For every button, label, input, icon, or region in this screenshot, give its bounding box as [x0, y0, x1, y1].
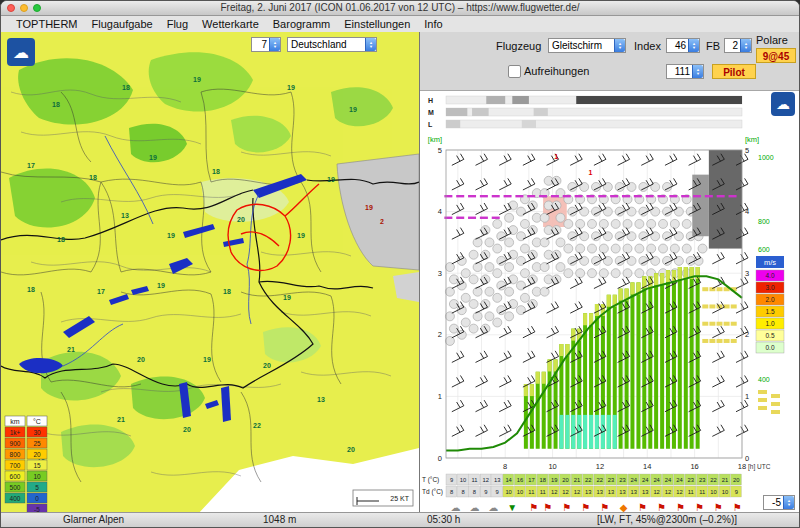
svg-text:400: 400 [758, 376, 770, 383]
window-title: Freitag, 2. Juni 2017 (ICON 01.06.2017 v… [1, 1, 799, 15]
index-field[interactable]: 46 ▲▼ [666, 38, 700, 53]
menu-wetterkarte[interactable]: Wetterkarte [195, 18, 266, 30]
svg-text:0: 0 [438, 454, 442, 463]
svg-text:12: 12 [653, 489, 659, 495]
svg-text:13: 13 [631, 489, 637, 495]
svg-text:19: 19 [327, 176, 335, 183]
svg-text:13: 13 [642, 489, 648, 495]
menu-toptherm[interactable]: TOPTHERM [9, 18, 85, 30]
svg-text:13: 13 [585, 489, 591, 495]
stepper-arrows-icon[interactable]: ▲▼ [783, 496, 794, 509]
stepper-arrows-icon[interactable]: ▲▼ [688, 39, 699, 52]
index-value: 46 [667, 40, 688, 51]
region-select[interactable]: Deutschland ▲▼ [287, 37, 377, 52]
svg-text:2.0: 2.0 [765, 296, 774, 303]
svg-text:14: 14 [505, 477, 512, 483]
menu-info[interactable]: Info [417, 18, 449, 30]
svg-text:1: 1 [554, 153, 558, 160]
svg-text:19: 19 [297, 232, 305, 239]
fb-label: FB [706, 40, 720, 52]
svg-text:25 KT: 25 KT [390, 495, 409, 502]
select-arrows-icon[interactable]: ▲▼ [614, 39, 625, 52]
svg-text:11: 11 [699, 489, 705, 495]
svg-text:13: 13 [121, 212, 129, 219]
titlebar: Freitag, 2. Juni 2017 (ICON 01.06.2017 v… [1, 1, 799, 16]
stepper-arrows-icon[interactable]: ▲▼ [692, 65, 703, 78]
svg-text:800: 800 [10, 451, 21, 458]
fb-field[interactable]: 2 ▲▼ [724, 38, 752, 53]
svg-text:0: 0 [35, 495, 39, 502]
svg-text:18: 18 [122, 84, 130, 91]
map-scale-bar: 25 KT [353, 490, 413, 506]
svg-text:°C: °C [33, 418, 41, 425]
svg-text:18: 18 [57, 236, 65, 243]
dwd-logo: ☁ [771, 92, 795, 116]
svg-text:13: 13 [619, 489, 625, 495]
td-row-label: Td (°C) [422, 488, 443, 496]
svg-text:20: 20 [562, 477, 568, 483]
svg-text:1.5: 1.5 [765, 308, 774, 315]
svg-text:19: 19 [203, 356, 211, 363]
svg-text:19: 19 [193, 76, 201, 83]
svg-text:500: 500 [10, 484, 21, 491]
weather-map[interactable]: 1818191919171819181913181920191817191819… [1, 32, 419, 513]
svg-text:14: 14 [643, 462, 651, 471]
svg-text:8: 8 [450, 489, 453, 495]
svg-text:12: 12 [676, 489, 682, 495]
menu-barogramm[interactable]: Barogramm [266, 18, 337, 30]
svg-text:23: 23 [688, 477, 694, 483]
pilot-index-field[interactable]: 111 ▲▼ [666, 64, 704, 79]
stepper-arrows-icon[interactable]: ▲▼ [740, 39, 751, 52]
select-arrows-icon[interactable]: ▲▼ [365, 38, 376, 51]
svg-text:13: 13 [494, 477, 500, 483]
menu-einstellungen[interactable]: Einstellungen [337, 18, 417, 30]
svg-text:22: 22 [253, 422, 261, 429]
svg-text:2: 2 [380, 218, 384, 225]
minimize-button[interactable] [20, 4, 28, 12]
svg-text:20: 20 [183, 426, 191, 433]
content: 1818191919171819181913181920191817191819… [1, 32, 799, 513]
svg-text:3: 3 [745, 269, 749, 278]
svg-text:18: 18 [52, 101, 60, 108]
svg-text:20: 20 [347, 446, 355, 453]
svg-text:11: 11 [540, 489, 546, 495]
aircraft-select[interactable]: Gleitschirm ▲▼ [548, 38, 626, 53]
meteogram-pane: Flugzeug Gleitschirm ▲▼ Index 46 ▲▼ FB 2… [420, 32, 799, 513]
pilot-button[interactable]: Pilot [712, 64, 756, 79]
svg-text:20: 20 [263, 362, 271, 369]
aircraft-value: Gleitschirm [549, 40, 614, 51]
svg-text:m/s: m/s [764, 258, 776, 267]
svg-text:13: 13 [317, 396, 325, 403]
svg-text:23: 23 [608, 477, 614, 483]
svg-text:800: 800 [758, 218, 770, 225]
svg-text:1.0: 1.0 [765, 320, 774, 327]
menu-flugaufgabe[interactable]: Flugaufgabe [85, 18, 160, 30]
fb-value: 2 [725, 40, 740, 51]
meteogram-chart[interactable]: 11001122334455[km][km]81012141618[h] UTC… [420, 90, 800, 516]
svg-text:16: 16 [690, 462, 698, 471]
svg-text:19: 19 [157, 282, 165, 289]
svg-text:23: 23 [619, 477, 625, 483]
svg-text:9: 9 [484, 489, 487, 495]
svg-text:21: 21 [117, 416, 125, 423]
close-button[interactable] [7, 4, 15, 12]
svg-text:16: 16 [517, 477, 523, 483]
svg-text:3.0: 3.0 [765, 284, 774, 291]
aufreihungen-checkbox[interactable] [508, 65, 521, 78]
svg-text:11: 11 [688, 489, 694, 495]
dwd-logo: ☁ [7, 38, 35, 66]
svg-text:12: 12 [596, 462, 604, 471]
app-window: Freitag, 2. Juni 2017 (ICON 01.06.2017 v… [0, 0, 800, 528]
menubar: TOPTHERMFlugaufgabeFlugWetterkarteBarogr… [1, 16, 799, 33]
svg-text:17: 17 [27, 162, 35, 169]
menu-flug[interactable]: Flug [160, 18, 195, 30]
index-label: Index [634, 40, 661, 52]
region-count-spinner[interactable]: 7 ▲▼ [251, 37, 281, 52]
stepper-arrows-icon[interactable]: ▲▼ [269, 38, 280, 51]
svg-text:1: 1 [588, 169, 592, 176]
offset-spinner[interactable]: -5 ▲▼ [763, 495, 795, 510]
svg-text:19: 19 [551, 477, 557, 483]
svg-text:12: 12 [551, 489, 557, 495]
zoom-button[interactable] [33, 4, 41, 12]
svg-text:23: 23 [699, 477, 705, 483]
